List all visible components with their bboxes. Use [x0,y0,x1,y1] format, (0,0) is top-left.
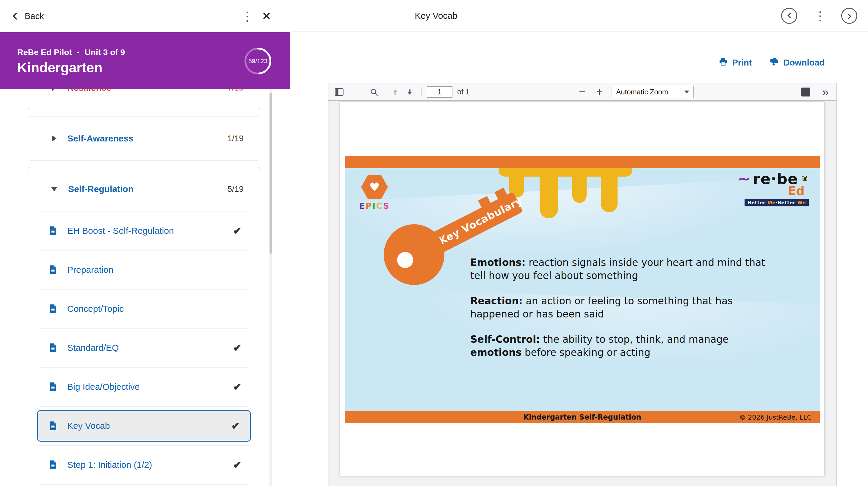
definitions-block: Emotions: reaction signals inside your h… [470,256,771,371]
module-header-row[interactable]: Self-Awareness 1/19 [28,116,260,161]
content-kebab-menu-icon[interactable]: ⋮ [814,9,826,23]
lesson-item-key-vocab-selected[interactable]: Key Vocab ✔ [28,406,260,445]
lesson-item-big-idea[interactable]: Big Idea/Objective ✔ [28,368,260,406]
page-number-input[interactable] [427,86,453,98]
sidebar-scrollbar-thumb[interactable] [270,93,272,254]
module-self-awareness[interactable]: Self-Awareness 1/19 [28,116,260,161]
zoom-out-button[interactable]: − [577,85,587,98]
back-button[interactable]: Back [14,0,44,32]
module-self-regulation: Self-Regulation 5/19 EH Boost - Self-Reg… [28,167,260,486]
slide-top-bar [345,156,820,168]
document-icon [49,226,57,235]
bee-icon [801,175,809,183]
content-panel: Key Vocab ⋮ Print Download [290,0,868,486]
lesson-label: Concept/Topic [67,304,124,314]
module-header-row[interactable]: Self-Regulation 5/19 [28,167,260,211]
lesson-item-preparation[interactable]: Preparation [28,251,260,289]
pdf-page: ♥ EPICS ~ re·be [340,102,824,476]
lesson-item-concept-topic[interactable]: Concept/Topic [28,289,260,328]
hexagon-heart-icon: ♥ [361,175,388,199]
module-count: 5/19 [227,184,244,194]
back-label: Back [25,11,44,21]
key-graphic-head [384,224,444,285]
complete-check-icon: ✔ [233,342,242,354]
sidebar-toggle-icon [334,88,344,96]
search-icon [369,88,378,96]
chevron-right-icon [846,13,851,19]
complete-check-icon: ✔ [233,381,242,393]
slide-footer-title: Kindergarten Self-Regulation [523,413,641,421]
close-icon[interactable]: ✕ [262,9,271,23]
progress-ring: 59/123 [243,47,273,76]
pdf-viewer: of 1 − + Automatic Zoom » [328,83,837,486]
program-name: ReBe Ed Pilot [17,48,72,57]
zoom-select-value: Automatic Zoom [616,88,668,96]
previous-content-button[interactable] [781,8,797,24]
rebe-ed-logo: ~ re·be Ed Better Me·Better We [725,172,809,206]
heart-icon: ♥ [369,181,380,193]
module-count: 1/19 [227,134,244,143]
progress-ring-label: 59/123 [243,47,273,76]
slide-footer-bar: Kindergarten Self-Regulation © 2026 Just… [345,411,820,423]
previous-page-button[interactable] [392,88,399,96]
sidebar-scrollbar[interactable] [270,89,272,486]
document-icon [49,343,57,352]
definition-reaction: Reaction: an action or feeling to someth… [470,294,771,320]
download-button[interactable]: Download [768,57,825,68]
module-label: Self-Regulation [68,184,133,194]
pdf-toolbar: of 1 − + Automatic Zoom » [329,83,836,101]
next-content-button[interactable] [841,8,857,24]
definition-emotions: Emotions: reaction signals inside your h… [470,256,771,282]
divider [39,484,249,485]
arrow-up-icon [392,88,399,96]
swirl-icon: ~ [737,174,750,183]
lesson-item-standard-eq[interactable]: Standard/EQ ✔ [28,328,260,367]
zoom-controls: − + Automatic Zoom [577,85,694,98]
definition-self-control: Self-Control: the ability to stop, think… [470,333,771,359]
collapse-arrow-icon [51,187,57,192]
printer-icon [718,57,728,68]
document-icon [49,460,57,469]
complete-check-icon: ✔ [231,420,240,432]
find-button[interactable] [369,88,378,96]
lesson-label: Big Idea/Objective [67,382,140,392]
brand-tagline: Better Me·Better We [745,199,809,206]
print-label: Print [732,58,752,67]
lesson-label: EH Boost - Self-Regulation [67,226,174,236]
document-icon [49,421,57,431]
epics-logo: ♥ EPICS [356,175,392,210]
pdf-surface[interactable]: ♥ EPICS ~ re·be [329,101,836,486]
module-list: Resilience 7/19 Self-Awareness 1/19 Self… [0,89,290,486]
sidebar-kebab-menu-icon[interactable]: ⋮ [241,9,253,24]
content-header: Key Vocab ⋮ [290,0,868,32]
key-hole [397,252,413,268]
zoom-select[interactable]: Automatic Zoom [612,86,694,98]
print-button[interactable]: Print [718,57,752,68]
lesson-item-step-1-initiation[interactable]: Step 1: Initiation (1/2) ✔ [28,446,260,484]
key-tooth [478,196,491,208]
complete-check-icon: ✔ [233,459,242,471]
arrow-down-icon [406,88,413,96]
lesson-item-eh-boost[interactable]: EH Boost - Self-Regulation ✔ [28,211,260,250]
chevron-down-icon [684,90,689,93]
chevron-left-icon [787,12,793,18]
toolbar-right-group: » [801,86,836,98]
next-page-button[interactable] [406,88,413,96]
selected-lesson-box[interactable]: Key Vocab ✔ [37,410,251,441]
lesson-label: Preparation [67,265,113,275]
slide-copyright: © 2026 JustReBe, LLC [739,413,811,421]
presentation-mode-icon[interactable] [801,88,810,96]
more-tools-button[interactable]: » [822,86,829,98]
sidebar-topbar: Back ⋮ ✕ [0,0,290,32]
dot-separator: • [78,49,80,56]
module-label: Self-Awareness [67,134,133,144]
lesson-label: Step 1: Initiation (1/2) [67,460,152,470]
complete-check-icon: ✔ [233,225,242,237]
epics-wordmark: EPICS [356,201,392,210]
document-icon [49,382,57,392]
document-actions: Print Download [718,54,825,71]
zoom-in-button[interactable]: + [594,85,604,98]
lesson-label: Standard/EQ [67,343,119,353]
course-title: Kindergarten [17,60,102,76]
toggle-sidebar-button[interactable] [334,88,344,96]
